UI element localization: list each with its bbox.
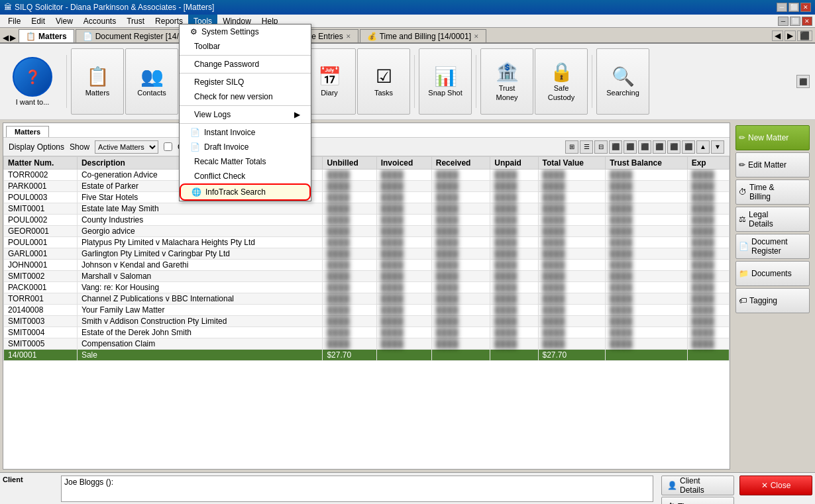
trust-money-button[interactable]: 🏦 TrustMoney: [480, 48, 533, 115]
menu-instant-invoice[interactable]: 📄 Instant Invoice: [180, 125, 311, 140]
view-icon-8[interactable]: ⬛: [667, 140, 680, 154]
view-icon-4[interactable]: ⬛: [609, 140, 622, 154]
window-scroll-left[interactable]: ◀: [772, 30, 783, 41]
table-row[interactable]: POUL0003Five Star Hotels████████████████…: [4, 192, 730, 203]
table-row[interactable]: POUL0002County Industries███████████████…: [4, 215, 730, 226]
menu-register-silq[interactable]: Register SILQ: [180, 75, 311, 89]
scroll-down[interactable]: ▼: [711, 140, 724, 154]
menu-check-version[interactable]: Check for new version: [180, 89, 311, 104]
tab-scroll-left[interactable]: ◀: [3, 33, 9, 42]
table-cell: ████: [490, 170, 538, 181]
contacts-button[interactable]: 👥 Contacts: [125, 48, 178, 115]
table-row[interactable]: PACK0001Vang: re: Kor Housing███████████…: [4, 282, 730, 293]
i-want-to-button[interactable]: ❓ I want to...: [3, 48, 62, 115]
table-cell: ████: [490, 237, 538, 248]
restore-button[interactable]: ⬜: [788, 3, 799, 12]
menu-file[interactable]: File: [3, 15, 26, 27]
table-row[interactable]: TORR001Channel Z Publications v BBC Inte…: [4, 293, 730, 305]
table-row[interactable]: GEOR0001Georgio advice██████████████████…: [4, 226, 730, 237]
view-icon-5[interactable]: ⬛: [624, 140, 637, 154]
menu-system-settings[interactable]: ⚙ System Settings: [180, 25, 311, 39]
show-select[interactable]: Active Matters All Matters Closed Matter…: [95, 140, 158, 154]
inner-restore-button[interactable]: ⬜: [790, 17, 800, 26]
minimize-button[interactable]: ─: [777, 3, 787, 12]
table-cell: ████: [431, 316, 490, 327]
tagging-button[interactable]: 🏷 Tagging: [735, 288, 810, 313]
menu-toolbar[interactable]: Toolbar: [180, 39, 311, 54]
window-scroll-right[interactable]: ▶: [785, 30, 796, 41]
timer-button[interactable]: ⏱ Timer: [661, 497, 734, 504]
window-scroll-menu[interactable]: ⬛: [797, 30, 812, 41]
table-cell: ████: [687, 181, 729, 192]
conflict-check-label: Conflict Check: [194, 172, 245, 181]
table-row[interactable]: SMIT0002Marshall v Saloman██████████████…: [4, 271, 730, 282]
table-cell: ████: [376, 293, 431, 305]
view-icon-1[interactable]: ⊞: [565, 140, 578, 154]
menu-change-password[interactable]: Change Password: [180, 57, 311, 72]
tab-scroll-right[interactable]: ▶: [10, 33, 16, 42]
safe-custody-button[interactable]: 🔒 SafeCustody: [535, 48, 588, 115]
view-icon-3[interactable]: ⊟: [594, 140, 608, 154]
table-row[interactable]: 20140008Your Family Law Matter██████████…: [4, 305, 730, 316]
snap-shot-button[interactable]: 📊 Snap Shot: [419, 48, 472, 115]
inner-minimize-button[interactable]: ─: [778, 17, 788, 26]
table-row[interactable]: SMIT0005Compensation Claim██████████████…: [4, 338, 730, 350]
client-details-label: ClientDetails: [680, 476, 704, 495]
menu-edit[interactable]: Edit: [26, 15, 50, 27]
close-title-button[interactable]: ✕: [800, 3, 811, 12]
view-icon-6[interactable]: ⬛: [638, 140, 651, 154]
diary-icon: 📅: [318, 66, 341, 87]
tasks-button[interactable]: ☑ Tasks: [357, 48, 410, 115]
new-matter-button[interactable]: ✏ New Matter: [735, 125, 810, 150]
matters-inner-tab[interactable]: Matters: [6, 126, 49, 137]
table-row[interactable]: POUL0001Platypus Pty Limited v Malachara…: [4, 237, 730, 248]
legal-details-button[interactable]: ⚖ LegalDetails: [735, 207, 810, 232]
edit-matter-button[interactable]: ✏ Edit Matter: [735, 152, 810, 177]
documents-button[interactable]: 📁 Documents: [735, 261, 810, 286]
table-row[interactable]: JOHN0001Johnson v Kendal and Garethi████…: [4, 260, 730, 271]
table-cell: ████: [490, 203, 538, 215]
time-billing-button[interactable]: ⏱ Time &Billing: [735, 179, 810, 205]
tab-matters[interactable]: 📋 Matters: [19, 29, 74, 42]
searching-button[interactable]: 🔍 Searching: [596, 48, 649, 115]
document-register-button[interactable]: 📄 DocumentRegister: [735, 234, 810, 259]
inner-close-button[interactable]: ✕: [802, 17, 812, 26]
table-cell: ████: [490, 226, 538, 237]
view-icon-9[interactable]: ⬛: [682, 140, 695, 154]
view-icon-2[interactable]: ☰: [580, 140, 593, 154]
menu-infotrack-search[interactable]: 🌐 InfoTrack Search: [180, 183, 311, 201]
table-row[interactable]: SMIT0003Smith v Addison Construction Pty…: [4, 316, 730, 327]
table-cell: JOHN0001: [4, 260, 78, 271]
table-cell: $27.70: [538, 350, 606, 361]
title-bar-controls[interactable]: ─ ⬜ ✕: [777, 3, 811, 12]
filter-checkbox[interactable]: [164, 142, 172, 151]
toolbar-extra-1[interactable]: ⬛: [796, 75, 810, 88]
client-details-button[interactable]: 👤 ClientDetails: [661, 476, 734, 495]
menu-accounts[interactable]: Accounts: [78, 15, 121, 27]
matters-button[interactable]: 📋 Matters: [71, 48, 124, 115]
table-row[interactable]: PARK0001Estate of Parker████████████████…: [4, 181, 730, 192]
toolbar: ❓ I want to... 📋 Matters 👥 Contacts 💸 Sp…: [0, 44, 815, 120]
menu-view-logs[interactable]: View Logs ▶: [180, 107, 311, 122]
table-cell: ████: [538, 248, 606, 260]
scroll-up[interactable]: ▲: [696, 140, 710, 154]
menu-view[interactable]: View: [50, 15, 78, 27]
menu-draft-invoice[interactable]: 📄 Draft Invoice: [180, 140, 311, 154]
tab-time-billing[interactable]: 💰 Time and Billing [14/0001] ✕: [360, 29, 486, 42]
table-cell: TORR0002: [4, 170, 78, 181]
table-row[interactable]: GARL0001Garlington Pty Limited v Caringb…: [4, 248, 730, 260]
view-icon-7[interactable]: ⬛: [653, 140, 666, 154]
menu-conflict-check[interactable]: Conflict Check: [180, 169, 311, 183]
table-row[interactable]: TORR0002Co-generation Advice████████████…: [4, 170, 730, 181]
table-row[interactable]: SMIT0004Estate of the Derek John Smith██…: [4, 327, 730, 338]
table-row[interactable]: SMIT0001Estate late May Smith███████████…: [4, 203, 730, 215]
menu-trust[interactable]: Trust: [121, 15, 150, 27]
table-cell: ████: [323, 316, 376, 327]
menu-recalc-matter-totals[interactable]: Recalc Matter Totals: [180, 154, 311, 169]
i-want-to-icon: ❓: [13, 57, 52, 97]
close-button[interactable]: ✕ Close: [739, 476, 812, 495]
tab-time-entries-close[interactable]: ✕: [346, 33, 351, 40]
table-row[interactable]: 14/0001Sale$27.70$27.70: [4, 350, 730, 361]
table-cell: ████: [376, 170, 431, 181]
tab-time-billing-close[interactable]: ✕: [474, 33, 479, 40]
